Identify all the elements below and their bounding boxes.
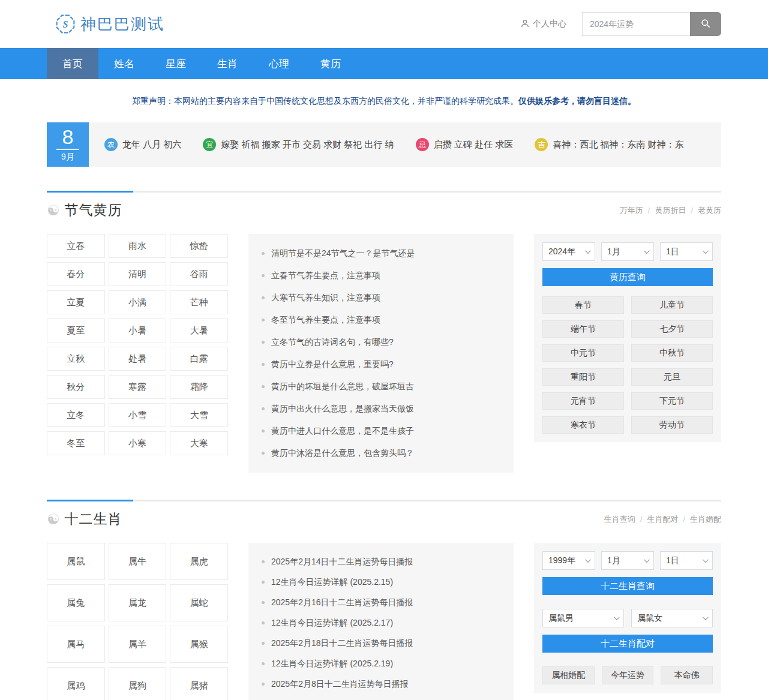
female-zodiac-select[interactable]: 属鼠女 bbox=[631, 609, 713, 627]
festival-button[interactable]: 重阳节 bbox=[542, 368, 624, 386]
article-link[interactable]: 12生肖今日运势详解 (2025.2.19) bbox=[262, 653, 500, 674]
zodiac-button[interactable]: 属羊 bbox=[109, 626, 167, 663]
zodiac-button[interactable]: 属马 bbox=[47, 626, 105, 663]
solar-term-button[interactable]: 霜降 bbox=[170, 375, 228, 399]
quick-link-yunshi[interactable]: 今年运势 bbox=[602, 666, 654, 684]
quick-link-hunpei[interactable]: 属相婚配 bbox=[542, 666, 595, 684]
day-select[interactable]: 1日 bbox=[660, 242, 713, 261]
link-shengxiao-hunpei[interactable]: 生肖婚配 bbox=[690, 514, 721, 525]
article-link[interactable]: 2025年2月18日十二生肖运势每日播报 bbox=[262, 633, 500, 653]
solar-term-button[interactable]: 处暑 bbox=[109, 347, 167, 371]
solar-term-button[interactable]: 立秋 bbox=[47, 347, 105, 371]
solar-term-button[interactable]: 雨水 bbox=[109, 234, 167, 258]
festival-button[interactable]: 劳动节 bbox=[631, 416, 713, 434]
solar-term-button[interactable]: 大暑 bbox=[170, 319, 228, 343]
solar-term-button[interactable]: 寒露 bbox=[109, 375, 167, 399]
solar-term-button[interactable]: 谷雨 bbox=[170, 262, 228, 286]
link-shengxiao-peidui[interactable]: 生肖配对 bbox=[647, 514, 678, 525]
nav-item[interactable]: 生肖 bbox=[202, 48, 253, 79]
month-select[interactable]: 1月 bbox=[601, 242, 654, 261]
festival-button[interactable]: 元旦 bbox=[631, 368, 713, 386]
solar-term-button[interactable]: 立夏 bbox=[47, 290, 105, 314]
solar-term-button[interactable]: 清明 bbox=[109, 262, 167, 286]
article-link[interactable]: 2025年2月16日十二生肖运势每日播报 bbox=[262, 592, 500, 612]
search-input[interactable] bbox=[582, 12, 690, 36]
quick-link-benmingfo[interactable]: 本命佛 bbox=[661, 666, 713, 684]
solar-term-button[interactable]: 春分 bbox=[47, 262, 105, 286]
festival-button[interactable]: 中元节 bbox=[542, 344, 624, 362]
solar-term-button[interactable]: 小暑 bbox=[109, 319, 167, 343]
zodiac-query-button[interactable]: 十二生肖查询 bbox=[542, 577, 713, 595]
nav-item[interactable]: 星座 bbox=[150, 48, 202, 79]
festival-button[interactable]: 端午节 bbox=[542, 320, 624, 338]
zodiac-button[interactable]: 属狗 bbox=[109, 667, 167, 700]
user-center-label: 个人中心 bbox=[533, 19, 566, 29]
article-link[interactable]: 立春节气养生要点，注意事项 bbox=[262, 265, 500, 287]
banner-info-text: 喜神：西北 福神：东南 财神：东 bbox=[553, 139, 683, 151]
article-link[interactable]: 立冬节气的古诗词名句，有哪些? bbox=[262, 331, 500, 353]
site-logo[interactable]: S 神巴巴测试 bbox=[55, 14, 164, 35]
chevron-down-icon bbox=[614, 614, 620, 620]
almanac-query-button[interactable]: 黄历查询 bbox=[542, 268, 713, 286]
search-button[interactable] bbox=[690, 12, 721, 36]
zodiac-button[interactable]: 属蛇 bbox=[170, 584, 228, 621]
festival-button[interactable]: 下元节 bbox=[631, 392, 713, 410]
festival-button[interactable]: 元宵节 bbox=[542, 392, 624, 410]
article-link[interactable]: 黄历中出火什么意思，是搬家当天做饭 bbox=[262, 398, 500, 420]
nav-item[interactable]: 心理 bbox=[253, 48, 305, 79]
birth-day-select[interactable]: 1日 bbox=[660, 551, 713, 570]
solar-term-button[interactable]: 芒种 bbox=[170, 290, 228, 314]
nav-item[interactable]: 黄历 bbox=[305, 48, 356, 79]
zodiac-button[interactable]: 属牛 bbox=[109, 543, 167, 580]
festival-button[interactable]: 春节 bbox=[542, 296, 624, 314]
nav-item[interactable]: 首页 bbox=[47, 48, 98, 79]
solar-term-button[interactable]: 白露 bbox=[170, 347, 228, 371]
article-link[interactable]: 2025年2月8日十二生肖运势每日播报 bbox=[262, 674, 500, 694]
date-card[interactable]: 8 9月 bbox=[47, 122, 89, 167]
article-link[interactable]: 大寒节气养生知识，注意事项 bbox=[262, 287, 500, 309]
link-shengxiao-chaxun[interactable]: 生肖查询 bbox=[604, 514, 635, 525]
solar-term-button[interactable]: 立春 bbox=[47, 234, 105, 258]
birth-year-select[interactable]: 1999年 bbox=[542, 551, 595, 570]
solar-term-button[interactable]: 夏至 bbox=[47, 319, 105, 343]
article-link[interactable]: 黄历中立券是什么意思，重要吗? bbox=[262, 353, 500, 375]
festival-button[interactable]: 寒衣节 bbox=[542, 416, 624, 434]
solar-term-button[interactable]: 大寒 bbox=[170, 431, 228, 455]
male-zodiac-select[interactable]: 属鼠男 bbox=[542, 609, 624, 627]
year-select[interactable]: 2024年 bbox=[542, 242, 595, 261]
article-link[interactable]: 12生肖今日运势详解 (2025.2.15) bbox=[262, 572, 500, 592]
zodiac-button[interactable]: 属猪 bbox=[170, 667, 228, 700]
article-link[interactable]: 冬至节气养生要点，注意事项 bbox=[262, 309, 500, 331]
nav-item[interactable]: 姓名 bbox=[98, 48, 150, 79]
article-link[interactable]: 2025年2月14日十二生肖运势每日播报 bbox=[262, 551, 500, 572]
zodiac-button[interactable]: 属兔 bbox=[47, 584, 105, 621]
link-huangli-zheri[interactable]: 黄历折日 bbox=[655, 205, 686, 216]
zodiac-button[interactable]: 属猴 bbox=[170, 626, 228, 663]
zodiac-button[interactable]: 属鸡 bbox=[47, 667, 105, 700]
link-wannianli[interactable]: 万年历 bbox=[620, 205, 643, 216]
zodiac-pairing-button[interactable]: 十二生肖配对 bbox=[542, 635, 713, 653]
solar-term-button[interactable]: 冬至 bbox=[47, 431, 105, 455]
zodiac-button[interactable]: 属虎 bbox=[170, 543, 228, 580]
link-laohuangli[interactable]: 老黄历 bbox=[698, 205, 721, 216]
solar-term-button[interactable]: 立冬 bbox=[47, 403, 105, 427]
solar-term-button[interactable]: 惊蛰 bbox=[170, 234, 228, 258]
solar-term-button[interactable]: 秋分 bbox=[47, 375, 105, 399]
user-center-link[interactable]: 个人中心 bbox=[520, 19, 566, 30]
article-link[interactable]: 黄历中沐浴是什么意思，包含剪头吗？ bbox=[262, 442, 500, 464]
solar-term-button[interactable]: 大雪 bbox=[170, 403, 228, 427]
article-link[interactable]: 12生肖今日运势详解 (2025.2.17) bbox=[262, 612, 500, 633]
festival-button[interactable]: 中秋节 bbox=[631, 344, 713, 362]
solar-term-button[interactable]: 小雪 bbox=[109, 403, 167, 427]
article-link[interactable]: 黄历中进人口什么意思，是不是生孩子 bbox=[262, 420, 500, 442]
banner-tag-icon: 忌 bbox=[416, 138, 429, 151]
zodiac-button[interactable]: 属鼠 bbox=[47, 543, 105, 580]
birth-month-select[interactable]: 1月 bbox=[601, 551, 654, 570]
article-link[interactable]: 清明节是不是24节气之一？是节气还是 bbox=[262, 242, 500, 265]
article-link[interactable]: 黄历中的坏垣是什么意思，破屋坏垣吉 bbox=[262, 375, 500, 398]
zodiac-button[interactable]: 属龙 bbox=[109, 584, 167, 621]
festival-button[interactable]: 七夕节 bbox=[631, 320, 713, 338]
festival-button[interactable]: 儿童节 bbox=[631, 296, 713, 314]
solar-term-button[interactable]: 小寒 bbox=[109, 431, 167, 455]
solar-term-button[interactable]: 小满 bbox=[109, 290, 167, 314]
